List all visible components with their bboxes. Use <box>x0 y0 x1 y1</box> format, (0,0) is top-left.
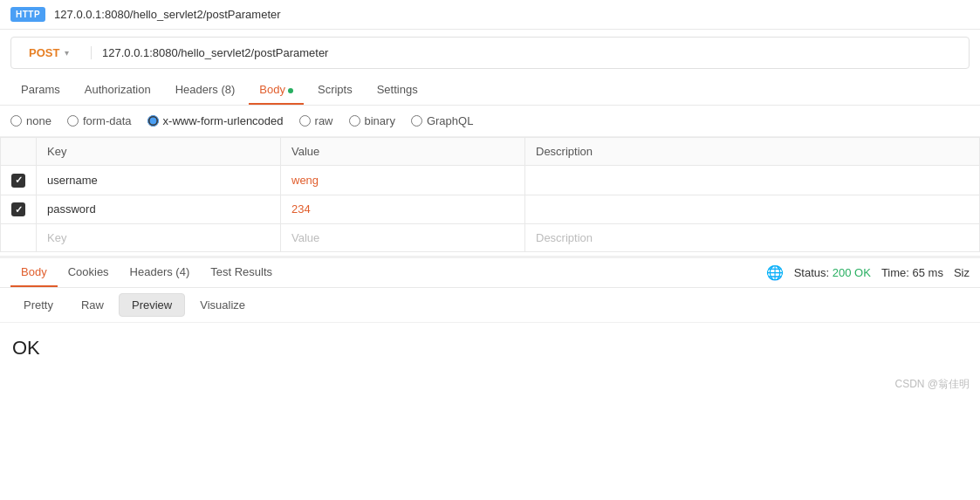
url-input[interactable] <box>92 46 958 59</box>
col-key: Key <box>37 138 281 166</box>
request-tabs: Params Authorization Headers (8) Body Sc… <box>0 76 980 106</box>
response-tab-cookies[interactable]: Cookies <box>58 258 120 287</box>
row3-value[interactable]: Value <box>281 224 525 252</box>
row2-key[interactable]: password <box>37 195 281 224</box>
response-section: Body Cookies Headers (4) Test Results 🌐 … <box>0 256 980 397</box>
tab-scripts[interactable]: Scripts <box>307 76 363 105</box>
params-table: Key Value Description ✓ username weng ✓ … <box>0 137 980 252</box>
body-dot <box>288 88 293 93</box>
row1-description[interactable] <box>525 166 980 195</box>
view-tab-visualize[interactable]: Visualize <box>187 293 258 317</box>
radio-none[interactable]: none <box>10 114 51 127</box>
tab-params[interactable]: Params <box>10 76 71 105</box>
time-label: Time: 65 ms <box>881 266 943 279</box>
http-badge: HTTP <box>10 7 45 22</box>
request-row: POST ▾ <box>10 37 970 69</box>
response-body: OK <box>0 323 980 373</box>
col-check <box>1 138 37 166</box>
row2-description[interactable] <box>525 195 980 224</box>
row3-key[interactable]: Key <box>37 224 281 252</box>
method-dropdown[interactable]: POST ▾ <box>22 46 92 59</box>
row2-value[interactable]: 234 <box>281 195 525 224</box>
view-tab-pretty[interactable]: Pretty <box>10 293 66 317</box>
row3-checkbox[interactable] <box>1 224 37 252</box>
url-bar: HTTP 127.0.0.1:8080/hello_servlet2/postP… <box>0 0 980 30</box>
tab-headers[interactable]: Headers (8) <box>165 76 246 105</box>
table-row: ✓ password 234 <box>1 195 980 224</box>
tab-body[interactable]: Body <box>249 76 304 105</box>
response-tabs: Body Cookies Headers (4) Test Results 🌐 … <box>0 258 980 288</box>
globe-icon: 🌐 <box>766 264 784 281</box>
response-tab-test-results[interactable]: Test Results <box>200 258 283 287</box>
row1-checkbox[interactable]: ✓ <box>1 166 37 195</box>
radio-x-www-form-urlencoded[interactable]: x-www-form-urlencoded <box>147 114 284 127</box>
table-row-empty: Key Value Description <box>1 224 980 252</box>
tab-settings[interactable]: Settings <box>367 76 428 105</box>
row1-key[interactable]: username <box>37 166 281 195</box>
row1-value[interactable]: weng <box>281 166 525 195</box>
time-value: 65 ms <box>913 266 943 279</box>
chevron-down-icon: ▾ <box>65 48 69 58</box>
view-tab-raw[interactable]: Raw <box>68 293 117 317</box>
watermark: CSDN @翁佳明 <box>0 373 980 397</box>
url-display: 127.0.0.1:8080/hello_servlet2/postParame… <box>54 8 280 21</box>
tab-authorization[interactable]: Authorization <box>74 76 161 105</box>
row3-description[interactable]: Description <box>525 224 980 252</box>
view-tab-preview[interactable]: Preview <box>119 293 185 317</box>
status-value: 200 OK <box>833 266 871 279</box>
view-tabs: Pretty Raw Preview Visualize <box>0 288 980 323</box>
col-description: Description <box>525 138 980 166</box>
response-tab-body[interactable]: Body <box>10 258 58 287</box>
radio-graphql[interactable]: GraphQL <box>411 114 473 127</box>
col-value: Value <box>281 138 525 166</box>
method-label: POST <box>29 46 59 59</box>
radio-raw[interactable]: raw <box>299 114 333 127</box>
response-status: 🌐 Status: 200 OK Time: 65 ms Siz <box>766 264 970 281</box>
response-tab-headers[interactable]: Headers (4) <box>120 258 201 287</box>
radio-binary[interactable]: binary <box>349 114 395 127</box>
body-type-row: none form-data x-www-form-urlencoded raw… <box>0 106 980 137</box>
status-label: Status: 200 OK <box>794 266 871 279</box>
row2-checkbox[interactable]: ✓ <box>1 195 37 224</box>
size-label: Siz <box>954 266 970 279</box>
table-row: ✓ username weng <box>1 166 980 195</box>
radio-form-data[interactable]: form-data <box>67 114 132 127</box>
